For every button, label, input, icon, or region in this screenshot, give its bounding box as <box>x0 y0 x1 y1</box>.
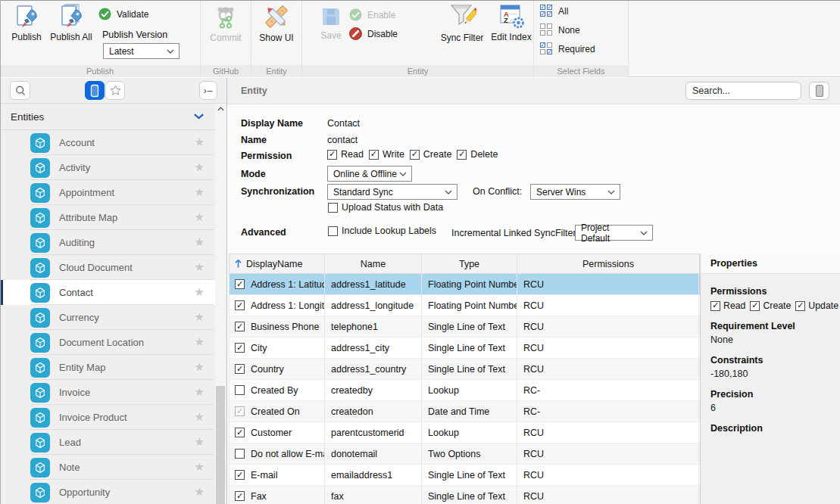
favorite-star-icon[interactable]: ★ <box>195 460 205 474</box>
column-header-permissions[interactable]: Permissions <box>517 254 699 273</box>
select-required-fields-button[interactable]: Required <box>540 42 595 55</box>
favorite-star-icon[interactable]: ★ <box>195 135 205 149</box>
favorite-star-icon[interactable]: ★ <box>195 210 205 224</box>
row-checkbox[interactable] <box>235 449 245 459</box>
favorite-star-icon[interactable]: ★ <box>195 160 205 174</box>
row-checkbox[interactable] <box>235 300 245 310</box>
include-lookup-checkbox[interactable]: Include Lookup Labels <box>328 226 436 236</box>
sidebar-item-document-location[interactable]: Document Location★ <box>0 330 215 355</box>
row-checkbox[interactable] <box>235 406 245 416</box>
table-row-created-by[interactable]: Created BycreatedbyLookupRC- <box>229 380 700 401</box>
disable-button[interactable]: Disable <box>349 27 398 40</box>
mobile-preview-button[interactable] <box>809 82 829 100</box>
favorite-star-icon[interactable]: ★ <box>195 260 205 274</box>
sync-filter-button[interactable]: Sync Filter <box>430 2 494 43</box>
sidebar-item-invoice-product[interactable]: Invoice Product★ <box>0 405 215 430</box>
favorite-star-icon[interactable]: ★ <box>195 410 205 424</box>
prop-permission-update-checkbox[interactable]: Update <box>795 300 838 311</box>
table-row-e-mail[interactable]: E-mailemailaddress1Single Line of TextRC… <box>229 465 700 486</box>
column-header-name[interactable]: Name <box>325 254 422 273</box>
sidebar-item-opportunity[interactable]: Opportunity★ <box>0 480 215 504</box>
favorite-star-icon[interactable]: ★ <box>195 285 205 299</box>
on-conflict-select[interactable]: Server Wins <box>530 184 620 200</box>
incremental-syncfilter-select[interactable]: Project Default <box>575 225 653 241</box>
search-input[interactable] <box>685 82 801 100</box>
sidebar-item-lead[interactable]: Lead★ <box>0 430 215 455</box>
scroll-up-icon[interactable] <box>216 107 225 111</box>
sidebar-item-currency[interactable]: Currency★ <box>0 305 215 330</box>
publish-button[interactable]: Publish <box>6 4 47 42</box>
favorite-star-icon[interactable]: ★ <box>195 185 205 199</box>
edit-index-button[interactable]: AZ Edit Index <box>489 3 534 42</box>
checkbox[interactable] <box>369 150 379 160</box>
checkbox[interactable] <box>795 301 805 311</box>
mobile-view-button[interactable] <box>85 81 105 100</box>
publish-version-select[interactable]: Latest <box>103 43 180 59</box>
sidebar-item-appointment[interactable]: Appointment★ <box>0 180 215 205</box>
sidebar-item-note[interactable]: Note★ <box>0 455 215 480</box>
sidebar-scrollbar[interactable] <box>215 104 226 504</box>
favorite-star-icon[interactable]: ★ <box>195 385 205 399</box>
favorite-star-icon[interactable]: ★ <box>195 435 205 449</box>
column-header-displayname[interactable]: DisplayName <box>230 254 325 273</box>
favorite-star-icon[interactable]: ★ <box>195 335 205 349</box>
table-row-customer[interactable]: CustomerparentcustomeridLookupRCU <box>229 422 700 443</box>
sidebar-item-attribute-map[interactable]: Attribute Map★ <box>0 205 215 230</box>
checkbox[interactable] <box>328 226 338 236</box>
table-row-do-not-allow-e-mails[interactable]: Do not allow E-mailsdonotemailTwo Option… <box>229 443 700 465</box>
select-all-fields-button[interactable]: All <box>540 5 568 17</box>
sidebar-item-entity-map[interactable]: Entity Map★ <box>0 355 215 380</box>
table-row-city[interactable]: Cityaddress1_citySingle Line of TextRCU <box>229 338 700 359</box>
scrollbar-thumb[interactable] <box>216 386 225 504</box>
mode-select[interactable]: Online & Offline <box>327 166 412 182</box>
row-checkbox[interactable] <box>235 279 245 289</box>
enable-button[interactable]: Enable <box>349 8 395 21</box>
show-ui-button[interactable]: Show UI <box>251 3 301 43</box>
commit-button[interactable]: Commit <box>201 5 251 43</box>
table-row-fax[interactable]: FaxfaxSingle Line of TextRCU <box>229 486 700 504</box>
sidebar-item-contact[interactable]: Contact★ <box>0 280 215 305</box>
sidebar-item-auditing[interactable]: Auditing★ <box>0 230 215 255</box>
checkbox[interactable] <box>457 150 467 160</box>
checkbox[interactable] <box>328 203 338 213</box>
sidebar-item-invoice[interactable]: Invoice★ <box>0 380 215 405</box>
permission-delete-checkbox[interactable]: Delete <box>457 149 498 160</box>
row-checkbox[interactable] <box>235 470 245 480</box>
synchronization-select[interactable]: Standard Sync <box>327 184 457 200</box>
upload-status-checkbox[interactable]: Upload Status with Data <box>328 202 443 213</box>
checkbox[interactable] <box>750 301 760 311</box>
table-row-address-1-latitude[interactable]: Address 1: Latitudeaddress1_latitudeFloa… <box>229 274 700 295</box>
save-button[interactable]: Save <box>314 5 348 41</box>
entities-section-header[interactable]: Entities <box>0 104 215 130</box>
checkbox[interactable] <box>710 301 720 311</box>
column-header-type[interactable]: Type <box>422 254 517 273</box>
checkbox[interactable] <box>327 150 337 160</box>
sidebar-item-activity[interactable]: Activity★ <box>0 155 215 180</box>
row-checkbox[interactable] <box>235 322 245 331</box>
prop-permission-read-checkbox[interactable]: Read <box>710 300 745 311</box>
sidebar-item-cloud-document[interactable]: Cloud Document★ <box>0 255 215 280</box>
favorite-star-icon[interactable]: ★ <box>195 360 205 374</box>
permission-create-checkbox[interactable]: Create <box>410 149 452 160</box>
row-checkbox[interactable] <box>235 364 245 374</box>
row-checkbox[interactable] <box>235 385 245 395</box>
validate-button[interactable]: Validate <box>98 8 148 20</box>
favorites-filter-button[interactable] <box>105 81 125 100</box>
row-checkbox[interactable] <box>235 428 245 437</box>
table-row-created-on[interactable]: Created OncreatedonDate and TimeRC- <box>229 401 700 422</box>
permission-read-checkbox[interactable]: Read <box>327 149 364 160</box>
permission-write-checkbox[interactable]: Write <box>369 149 404 160</box>
sidebar-item-account[interactable]: Account★ <box>0 130 215 155</box>
row-checkbox[interactable] <box>235 491 245 501</box>
select-none-fields-button[interactable]: None <box>540 23 580 36</box>
row-checkbox[interactable] <box>235 343 245 353</box>
favorite-star-icon[interactable]: ★ <box>195 310 205 324</box>
collapse-sidebar-button[interactable]: ›– <box>199 81 217 100</box>
favorite-star-icon[interactable]: ★ <box>195 235 205 249</box>
checkbox[interactable] <box>410 150 420 160</box>
table-row-address-1-longitude[interactable]: Address 1: Longitudeaddress1_longitudeFl… <box>229 295 700 316</box>
prop-permission-create-checkbox[interactable]: Create <box>750 300 791 311</box>
favorite-star-icon[interactable]: ★ <box>195 485 205 499</box>
sidebar-search-button[interactable] <box>10 81 30 100</box>
table-row-country[interactable]: Countryaddress1_countrySingle Line of Te… <box>229 359 700 380</box>
